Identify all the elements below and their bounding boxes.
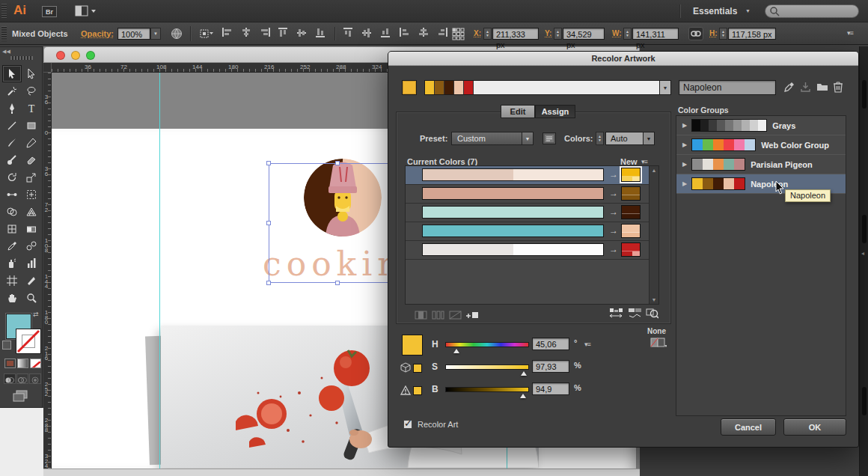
distribute-v-center-icon[interactable] — [361, 27, 373, 41]
swap-fill-stroke-icon[interactable]: ⇄ — [33, 311, 39, 318]
disclosure-triangle-icon[interactable]: ▶ — [682, 122, 687, 129]
collapse-panel-icon[interactable]: ◀◀ — [2, 49, 10, 55]
constrain-proportions-button[interactable] — [688, 27, 703, 40]
selection-tool[interactable] — [2, 65, 22, 82]
eyedropper-tool[interactable] — [2, 237, 22, 254]
distribute-h-center-icon[interactable] — [418, 27, 430, 41]
brightness-slider-handle[interactable] — [520, 394, 526, 398]
disclosure-triangle-icon[interactable]: ▶ — [682, 180, 687, 187]
selection-handle[interactable] — [335, 161, 340, 165]
type-tool[interactable]: T — [22, 100, 41, 117]
new-color-row-icon[interactable] — [466, 309, 479, 323]
draw-normal-button[interactable] — [4, 373, 16, 384]
group-name-input[interactable] — [679, 80, 776, 95]
h-field[interactable]: 117,158 px — [728, 28, 776, 40]
separate-colors-icon[interactable] — [432, 309, 444, 323]
hsb-mode-menu-icon[interactable]: ▾≡ — [584, 341, 590, 348]
free-transform-tool[interactable] — [22, 186, 41, 203]
arrange-documents-button[interactable] — [75, 5, 97, 17]
random-order-icon[interactable] — [608, 308, 623, 322]
stroke-color-swatch[interactable] — [16, 329, 41, 354]
transform-grid-icon[interactable] — [450, 27, 465, 40]
tab-assign[interactable]: Assign — [535, 105, 575, 118]
align-v-center-icon[interactable] — [296, 27, 308, 41]
distribute-left-icon[interactable] — [399, 27, 411, 41]
paintbrush-tool[interactable] — [2, 134, 22, 151]
hand-tool[interactable] — [2, 289, 22, 306]
new-color-swatch[interactable] — [621, 186, 641, 201]
dropdown-arrow-icon[interactable]: ▼ — [659, 81, 670, 94]
current-color-row[interactable]: → — [406, 222, 658, 241]
random-saturation-icon[interactable] — [628, 308, 643, 322]
new-color-swatch[interactable] — [621, 205, 641, 219]
saturation-slider-handle[interactable] — [521, 371, 527, 376]
blend-tool[interactable] — [22, 237, 41, 254]
direct-selection-tool[interactable] — [22, 65, 41, 82]
preset-options-button[interactable] — [542, 132, 556, 144]
none-mode-button[interactable] — [30, 358, 41, 368]
hue-value-field[interactable]: 45,06 — [532, 338, 569, 350]
scale-tool[interactable] — [22, 168, 41, 186]
dialog-title[interactable]: Recolor Artwork — [388, 52, 858, 66]
default-fill-stroke-icon[interactable] — [2, 341, 11, 350]
hue-slider[interactable] — [445, 342, 529, 347]
expand-dock-icon[interactable]: ◂ — [861, 250, 864, 257]
guide-line[interactable] — [159, 73, 160, 469]
magic-wand-tool[interactable] — [2, 82, 22, 100]
distribute-right-icon[interactable] — [436, 27, 448, 41]
artboard-tool[interactable] — [2, 272, 22, 289]
current-color-row[interactable]: → — [406, 241, 658, 260]
eyedropper-icon[interactable] — [783, 82, 795, 96]
find-color-icon[interactable] — [646, 307, 658, 322]
bridge-button[interactable]: Br — [42, 6, 57, 17]
selection-handle[interactable] — [266, 221, 271, 225]
exclude-colors-icon[interactable] — [449, 309, 462, 323]
gradient-tool[interactable] — [22, 220, 41, 237]
align-top-icon[interactable] — [278, 27, 290, 41]
opacity-field[interactable]: 100% — [117, 28, 150, 40]
shape-builder-tool[interactable] — [2, 203, 22, 220]
trash-icon[interactable] — [833, 81, 843, 96]
align-h-center-icon[interactable] — [240, 27, 252, 41]
list-scrollbar[interactable]: ▲ ▼ — [649, 166, 658, 304]
rectangle-tool[interactable] — [22, 117, 41, 134]
tab-edit[interactable]: Edit — [501, 105, 535, 118]
dock-handle[interactable] — [862, 387, 867, 415]
web-safe-swatch[interactable] — [413, 364, 422, 373]
saturation-slider[interactable] — [445, 364, 529, 370]
zoom-window-button[interactable] — [86, 51, 95, 60]
color-group-dropdown[interactable]: ▼ — [424, 80, 671, 95]
dock-handle[interactable] — [862, 80, 867, 109]
selection-handle[interactable] — [335, 281, 340, 285]
current-color-row[interactable]: → — [406, 204, 658, 222]
new-color-swatch[interactable] — [621, 168, 641, 182]
colors-stepper[interactable]: ▲▼ — [596, 132, 604, 145]
color-mode-button[interactable] — [4, 358, 16, 368]
new-color-swatch[interactable] — [621, 224, 641, 238]
close-window-button[interactable] — [56, 51, 65, 60]
mesh-tool[interactable] — [2, 220, 22, 237]
symbol-sprayer-tool[interactable] — [2, 254, 22, 272]
horizontal-scrollbar[interactable] — [43, 469, 640, 476]
rotate-tool[interactable] — [2, 168, 22, 186]
selection-handle[interactable] — [266, 281, 271, 285]
opacity-label[interactable]: Opacity: — [81, 29, 114, 38]
folder-icon[interactable] — [816, 82, 828, 95]
distribute-top-icon[interactable] — [343, 27, 355, 41]
y-field[interactable]: 34,529 px — [563, 28, 605, 40]
screen-mode-button[interactable] — [12, 390, 30, 403]
colors-dropdown[interactable]: Auto ▼ — [605, 132, 655, 145]
align-left-icon[interactable] — [221, 27, 233, 41]
lasso-tool[interactable] — [22, 82, 41, 100]
draw-behind-button[interactable] — [16, 373, 28, 384]
gamut-swatch[interactable] — [413, 386, 422, 395]
brightness-slider[interactable] — [445, 387, 529, 392]
save-group-icon[interactable] — [800, 82, 811, 96]
control-panel-menu-icon[interactable]: ▾≡ — [847, 29, 853, 37]
gradient-mode-button[interactable] — [17, 358, 28, 368]
align-options-button[interactable] — [198, 28, 216, 40]
h-label[interactable]: H: — [709, 29, 718, 37]
current-color-row[interactable]: → — [406, 166, 658, 185]
recolor-art-checkbox[interactable]: ✓ — [403, 420, 412, 429]
pencil-tool[interactable] — [22, 134, 41, 151]
